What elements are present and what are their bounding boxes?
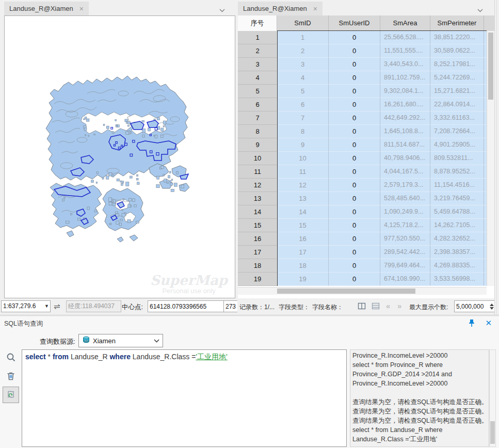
cell-smarea[interactable]: 11,551,555.... <box>380 44 430 58</box>
center-x-input[interactable] <box>150 301 223 312</box>
cell-smarea[interactable]: 1,090,249.9... <box>380 205 430 219</box>
cell-smuser[interactable]: 0 <box>329 71 380 85</box>
row-number[interactable]: 19 <box>238 273 277 286</box>
cell-smarea[interactable]: 811,514.687... <box>380 138 430 152</box>
table-row[interactable]: 11025,566,528....38,851.2220... <box>238 31 487 44</box>
chevron-down-icon[interactable] <box>477 5 483 14</box>
cell-smid[interactable]: 16 <box>277 232 329 246</box>
cell-smperim[interactable]: 15,271.6821... <box>430 85 484 98</box>
table-horizontal-scrollbar[interactable] <box>238 287 487 295</box>
cell-smperim[interactable]: 3,533.56998... <box>430 273 484 286</box>
row-number[interactable]: 7 <box>238 111 277 125</box>
cell-smarea[interactable]: 289,542.442... <box>380 246 430 259</box>
cell-smid[interactable]: 4 <box>277 71 329 85</box>
cell-smperim[interactable]: 4,901.25905... <box>430 138 484 152</box>
cell-smid[interactable]: 3 <box>277 58 329 71</box>
row-number[interactable]: 11 <box>238 165 277 179</box>
cell-smid[interactable]: 5 <box>277 85 329 98</box>
cell-smuser[interactable]: 0 <box>329 44 380 58</box>
cell-smperim[interactable]: 5,459.64788... <box>430 205 484 219</box>
cell-smperim[interactable]: 8,252.17981... <box>430 58 484 71</box>
row-number[interactable]: 6 <box>238 98 277 111</box>
table-row[interactable]: 17170289,542.442...2,398.38357... <box>238 246 487 259</box>
cell-smid[interactable]: 12 <box>277 179 329 192</box>
cell-smarea[interactable]: 799,649.464... <box>380 259 430 273</box>
row-number[interactable]: 10 <box>238 152 277 165</box>
scrollbar-thumb[interactable] <box>490 421 495 444</box>
cell-smuser[interactable]: 0 <box>329 246 380 259</box>
cell-smperim[interactable]: 38,851.2220... <box>430 31 484 44</box>
table-row[interactable]: 13130528,485.640...3,219.76459... <box>238 192 487 205</box>
row-number[interactable]: 14 <box>238 205 277 219</box>
row-number[interactable]: 13 <box>238 192 277 205</box>
table-row[interactable]: 5509,302,084.1...15,271.6821... <box>238 85 487 98</box>
datasource-select[interactable]: UDX Xiamen <box>78 334 163 347</box>
cell-smuser[interactable]: 0 <box>329 192 380 205</box>
column-header-smuserid[interactable]: SmUserID <box>329 15 380 31</box>
tab-close-icon[interactable]: × <box>79 5 84 12</box>
cell-smid[interactable]: 19 <box>277 273 329 286</box>
cell-smperim[interactable]: 809.532811... <box>430 152 484 165</box>
table-row[interactable]: 1010040,798.9406...809.532811... <box>238 152 487 165</box>
cell-smuser[interactable]: 0 <box>329 152 380 165</box>
cell-smid[interactable]: 17 <box>277 246 329 259</box>
cell-smarea[interactable]: 1,645,108.8... <box>380 125 430 138</box>
cell-smperim[interactable]: 8,878.95252... <box>430 165 484 179</box>
row-number[interactable]: 18 <box>238 259 277 273</box>
columns-view-icon[interactable] <box>358 302 366 312</box>
table-row[interactable]: 141401,090,249.9...5,459.64788... <box>238 205 487 219</box>
cell-smarea[interactable]: 25,566,528.... <box>380 31 430 44</box>
cell-smarea[interactable]: 16,261,680.... <box>380 98 430 111</box>
row-number[interactable]: 5 <box>238 85 277 98</box>
tab-map-landuse[interactable]: Landuse_R@Xiamen × <box>4 2 89 15</box>
table-row[interactable]: 18180799,649.464...4,269.88335... <box>238 259 487 273</box>
table-row[interactable]: 111104,044,167.5...8,878.95252... <box>238 165 487 179</box>
row-number[interactable]: 15 <box>238 219 277 232</box>
cell-smperim[interactable]: 14,262.7105... <box>430 219 484 232</box>
cell-smuser[interactable]: 0 <box>329 205 380 219</box>
cell-smuser[interactable]: 0 <box>329 58 380 71</box>
scrollbar-thumb[interactable] <box>488 33 493 100</box>
cell-smid[interactable]: 13 <box>277 192 329 205</box>
table-row[interactable]: 22011,551,555....30,589.0622... <box>238 44 487 58</box>
cell-smarea[interactable]: 40,798.9406... <box>380 152 430 165</box>
cell-smperim[interactable]: 22,864.0914... <box>430 98 484 111</box>
cell-smuser[interactable]: 0 <box>329 259 380 273</box>
run-query-button[interactable] <box>3 349 19 366</box>
cell-smid[interactable]: 10 <box>277 152 329 165</box>
scrollbar-thumb[interactable] <box>277 289 415 294</box>
cell-smperim[interactable]: 4,282.32652... <box>430 232 484 246</box>
cell-smuser[interactable]: 0 <box>329 219 380 232</box>
cell-smarea[interactable]: 891,102.759... <box>380 71 430 85</box>
cell-smarea[interactable]: 674,108.990... <box>380 273 430 286</box>
column-header-smid[interactable]: SmID <box>277 15 329 31</box>
cell-smarea[interactable]: 528,485.640... <box>380 192 430 205</box>
cell-smuser[interactable]: 0 <box>329 98 380 111</box>
cell-smperim[interactable]: 5,244.72269... <box>430 71 484 85</box>
cell-smperim[interactable]: 2,398.38357... <box>430 246 484 259</box>
map-canvas[interactable] <box>5 16 235 298</box>
cell-smid[interactable]: 6 <box>277 98 329 111</box>
cell-smid[interactable]: 7 <box>277 111 329 125</box>
cell-smperim[interactable]: 3,332.61163... <box>430 111 484 125</box>
log-scrollbar[interactable] <box>489 349 496 447</box>
cell-smuser[interactable]: 0 <box>329 232 380 246</box>
row-number[interactable]: 17 <box>238 246 277 259</box>
cell-smarea[interactable]: 442,649.292... <box>380 111 430 125</box>
chevron-down-icon[interactable] <box>219 5 225 14</box>
table-vertical-scrollbar[interactable] <box>487 31 494 286</box>
sql-log[interactable]: Province_R.IncomeLevel >20000 select * f… <box>350 349 489 447</box>
table-row[interactable]: 8801,645,108.8...7,208.72664... <box>238 125 487 138</box>
cell-smperim[interactable]: 7,208.72664... <box>430 125 484 138</box>
map-view[interactable]: SuperMap Personal use only <box>4 15 235 298</box>
sql-editor[interactable]: select * from Landuse_R where Landuse_R.… <box>22 349 347 447</box>
cell-smarea[interactable]: 2,579,179.3... <box>380 179 430 192</box>
cell-smid[interactable]: 9 <box>277 138 329 152</box>
swap-coordinates-icon[interactable]: ⇌ <box>54 302 60 311</box>
max-display-spinner[interactable] <box>454 300 496 312</box>
cell-smperim[interactable]: 3,219.76459... <box>430 192 484 205</box>
cell-smid[interactable]: 15 <box>277 219 329 232</box>
pin-icon[interactable] <box>468 319 476 327</box>
cell-smuser[interactable]: 0 <box>329 138 380 152</box>
cell-smarea[interactable]: 4,044,167.5... <box>380 165 430 179</box>
